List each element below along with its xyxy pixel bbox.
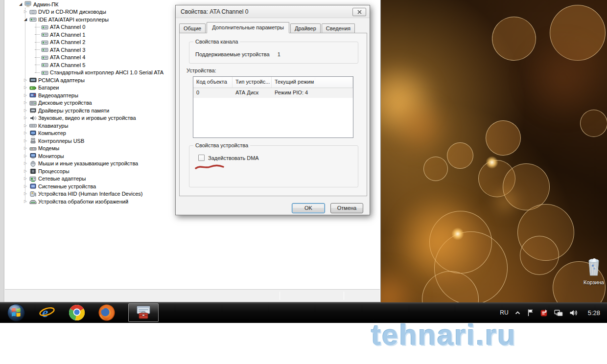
window-left-frame (0, 0, 4, 302)
tree-branch-stub (35, 34, 40, 35)
tree-item-label: Процессоры (38, 168, 70, 174)
ata-channel-icon (41, 69, 48, 76)
expand-expander-icon[interactable]: ▷ (23, 154, 28, 159)
ata-channel-icon (41, 62, 48, 68)
tree-item-label: ATA Channel 5 (50, 62, 85, 68)
tab-details[interactable]: Сведения (322, 23, 355, 33)
column-header[interactable]: Тип устройс... (233, 77, 272, 88)
column-header[interactable]: Код объекта (193, 77, 233, 88)
bokeh-sparkle (451, 228, 464, 240)
tree-branch-stub (35, 72, 40, 73)
hid-icon (29, 191, 37, 197)
enable-dma-row: Задействовать DMA (198, 155, 259, 161)
expand-expander-icon[interactable]: ▷ (23, 78, 28, 83)
tree-item-label: Системные устройства (38, 183, 96, 189)
status-bar-separator (280, 292, 280, 300)
system-tray: RU 5:28 (500, 309, 607, 317)
bokeh-glow (519, 34, 607, 122)
internet-explorer-launcher[interactable]: e (38, 304, 56, 321)
tree-branch-stub (35, 49, 40, 50)
ata-channel-icon (41, 54, 48, 61)
enable-dma-label: Задействовать DMA (208, 155, 259, 161)
volume-tray-icon[interactable] (569, 309, 578, 317)
supported-devices-label: Поддерживаемые устройства (195, 51, 270, 57)
expand-expander-icon[interactable]: ▷ (23, 138, 28, 143)
ok-button[interactable]: OK (292, 203, 325, 213)
close-button[interactable] (352, 8, 366, 16)
system-device-icon (29, 183, 37, 189)
ata-channel-icon (41, 31, 48, 38)
clock[interactable]: 5:28 (588, 309, 600, 317)
tree-item-label: Видеоадаптеры (38, 92, 78, 98)
expand-expander-icon[interactable]: ▷ (23, 100, 28, 105)
tree-item-label: Мыши и иные указывающие устройства (38, 160, 138, 166)
expand-expander-icon[interactable]: ▷ (23, 191, 28, 196)
cancel-button[interactable]: Отмена (330, 203, 363, 213)
collapse-expander-icon[interactable]: ◢ (23, 17, 28, 22)
expand-expander-icon[interactable]: ▷ (23, 146, 28, 151)
imaging-icon (29, 198, 37, 205)
status-bar (5, 289, 380, 302)
tree-item-label: Драйверы устройств памяти (38, 108, 109, 114)
expand-expander-icon[interactable]: ▷ (23, 199, 28, 204)
tab-driver[interactable]: Драйвер (290, 23, 321, 33)
tree-branch-stub (35, 27, 40, 27)
network-tray-icon[interactable] (554, 309, 563, 317)
devices-table[interactable]: Код объектаТип устройс...Текущий режим0А… (193, 76, 353, 138)
ata-channel-icon (41, 24, 48, 30)
dialog-titlebar[interactable]: Свойства: ATA Channel 0 (176, 5, 370, 18)
device-manager-taskbar-button[interactable] (128, 303, 159, 322)
start-button[interactable] (7, 303, 25, 322)
action-center-tray-icon[interactable] (527, 309, 534, 317)
column-header[interactable]: Текущий режим (272, 77, 353, 88)
expand-expander-icon[interactable]: ▷ (23, 169, 28, 174)
expand-expander-icon[interactable]: ▷ (23, 176, 28, 181)
channel-properties-group: Свойства канала Поддерживаемые устройств… (189, 42, 358, 64)
bokeh-ring (423, 157, 448, 181)
enable-dma-checkbox[interactable] (198, 155, 205, 161)
tree-item-label: Батареи (38, 85, 59, 91)
expand-expander-icon[interactable]: ▷ (23, 93, 28, 98)
expand-expander-icon[interactable]: ▷ (23, 85, 28, 90)
tree-item-label: Сетевые адаптеры (38, 176, 86, 182)
network-adapter-icon (29, 176, 37, 182)
taskbar-launchers: e (0, 303, 159, 322)
expand-expander-icon[interactable]: ▷ (23, 184, 28, 189)
tree-item-label: ATA Channel 2 (50, 39, 85, 45)
collapse-expander-icon[interactable]: ◢ (18, 2, 23, 7)
red-app-icon (540, 309, 548, 317)
svg-text:e: e (42, 305, 48, 320)
watermark-text: tehnari.ru (371, 318, 516, 352)
expand-expander-icon[interactable]: ▷ (23, 131, 28, 136)
windows-start-icon (7, 303, 25, 322)
table-cell: Режим PIO: 4 (272, 88, 353, 98)
tab-general[interactable]: Общие (179, 23, 206, 33)
chevron-up-icon (515, 311, 520, 315)
hidden-icons-button[interactable] (515, 311, 520, 315)
tab-page-advanced: Свойства канала Поддерживаемые устройств… (179, 33, 367, 196)
table-cell: 0 (193, 88, 233, 98)
firefox-launcher[interactable] (98, 304, 116, 321)
expand-expander-icon[interactable]: ▷ (23, 9, 28, 14)
flag-icon (527, 309, 534, 317)
status-bar-separator (344, 292, 344, 300)
tree-item-label: Контроллеры USB (38, 138, 84, 144)
device-properties-group: Свойства устройства Задействовать DMA (189, 145, 358, 187)
ata-properties-dialog: Свойства: ATA Channel 0 ОбщиеДополнитель… (175, 5, 370, 215)
recycle-bin-icon[interactable]: Корзина (579, 257, 607, 285)
bokeh-sparkle (486, 156, 498, 169)
expand-expander-icon[interactable]: ▷ (23, 123, 28, 128)
expand-expander-icon[interactable]: ▷ (23, 115, 28, 120)
table-row[interactable]: 0АТА ДискРежим PIO: 4 (193, 88, 353, 98)
language-indicator[interactable]: RU (500, 309, 508, 316)
bokeh-glow (493, 190, 517, 213)
disk-drive-icon (29, 100, 37, 106)
tree-item-label: Клавиатуры (38, 123, 68, 129)
expand-expander-icon[interactable]: ▷ (23, 161, 28, 166)
chrome-launcher[interactable] (69, 304, 85, 321)
tab-advanced-settings[interactable]: Дополнительные параметры (207, 22, 289, 33)
tree-item-label: Модемы (38, 145, 59, 151)
red-app-tray-icon[interactable] (540, 309, 548, 317)
red-underline-annotation (194, 163, 225, 170)
expand-expander-icon[interactable]: ▷ (23, 108, 28, 113)
